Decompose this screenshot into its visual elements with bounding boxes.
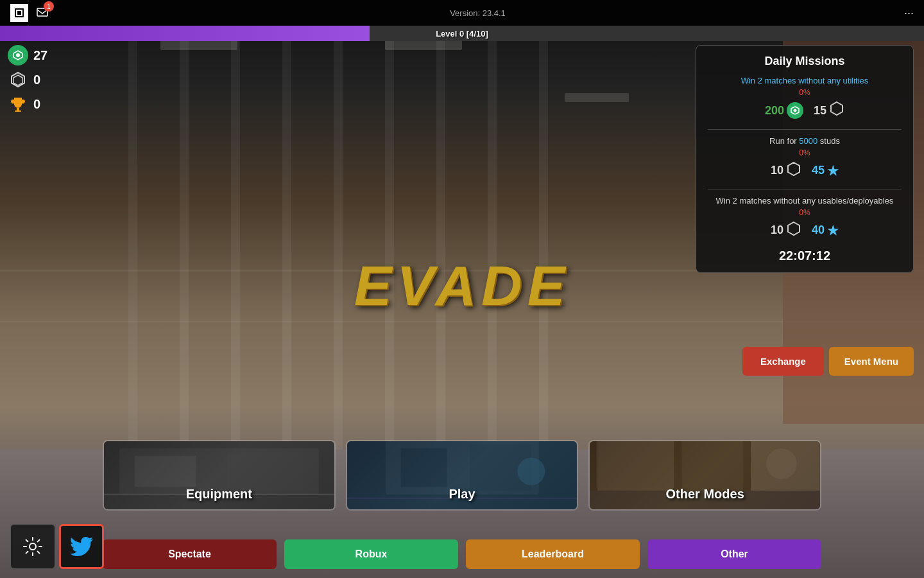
trophy-count: 0 [33, 97, 40, 112]
green-currency-icon [8, 45, 28, 66]
svg-point-31 [766, 448, 797, 479]
mission-1-reward-hex: 15 [814, 101, 844, 120]
svg-rect-17 [135, 456, 196, 487]
more-button[interactable]: ··· [904, 6, 914, 20]
top-bar-right: ··· [904, 6, 914, 20]
mission-3-progress: 0% [708, 208, 902, 217]
green-reward-icon [787, 102, 803, 119]
mission-divider-2 [708, 189, 902, 189]
svg-rect-18 [227, 452, 304, 491]
hex-reward-icon-2 [786, 161, 801, 180]
svg-point-24 [517, 458, 545, 486]
hex-reward-icon-3 [786, 221, 801, 240]
other-modes-card[interactable]: Other Modes [588, 440, 821, 511]
mission-3-reward-star: 40 ★ [812, 223, 839, 238]
svg-rect-2 [17, 11, 21, 15]
settings-button[interactable] [10, 524, 55, 569]
stats-panel: 27 0 0 [8, 45, 47, 114]
mission-item-3: Win 2 matches without any usables/deploy… [708, 196, 902, 240]
svg-marker-12 [831, 102, 843, 115]
mission-3-reward-hex: 10 [771, 221, 801, 240]
event-menu-button[interactable]: Event Menu [829, 347, 914, 376]
mission-2-reward-star: 45 ★ [812, 163, 839, 179]
robux-button[interactable]: Robux [284, 539, 458, 569]
roblox-logo[interactable] [10, 4, 28, 22]
mission-item-1: Win 2 matches without any utilities 0% 2… [708, 76, 902, 120]
mission-1-rewards: 200 15 [708, 101, 902, 120]
mission-2-rewards: 10 45 ★ [708, 161, 902, 180]
top-bar: 1 Version: 23.4.1 ··· [0, 0, 924, 26]
star-icon-1: ★ [827, 163, 839, 179]
xp-bar: Level 0 [4/10] [0, 26, 924, 41]
mission-3-rewards: 10 40 ★ [708, 221, 902, 240]
xp-bar-label: Level 0 [4/10] [0, 29, 924, 39]
svg-rect-8 [17, 108, 19, 110]
svg-marker-13 [788, 162, 800, 175]
spectate-button[interactable]: Spectate [103, 539, 277, 569]
notification-count: 1 [44, 1, 54, 12]
svg-marker-7 [13, 75, 22, 85]
mission-2-progress: 0% [708, 148, 902, 157]
stat-row-green: 27 [8, 45, 47, 66]
stat-row-hex: 0 [8, 69, 47, 90]
svg-rect-9 [15, 110, 21, 112]
mission-2-desc: Run for 5000 studs [708, 136, 902, 146]
hex-reward-icon-1 [829, 101, 844, 120]
daily-missions-panel: Daily Missions Win 2 matches without any… [696, 45, 914, 273]
twitter-button[interactable] [59, 524, 104, 569]
stat-row-trophy: 0 [8, 94, 47, 114]
bottom-action-bar: Spectate Robux Leaderboard Other [103, 539, 821, 569]
leaderboard-button[interactable]: Leaderboard [466, 539, 640, 569]
bottom-left-icons [10, 524, 104, 569]
top-bar-left: 1 [10, 4, 51, 22]
mission-1-desc: Win 2 matches without any utilities [708, 76, 902, 85]
missions-timer: 22:07:12 [708, 249, 902, 263]
mission-2-reward-hex: 10 [771, 161, 801, 180]
svg-marker-14 [788, 222, 800, 235]
mission-3-desc: Win 2 matches without any usables/deploy… [708, 196, 902, 206]
svg-rect-22 [400, 448, 447, 487]
svg-point-32 [30, 543, 36, 550]
daily-missions-title: Daily Missions [708, 55, 902, 68]
hex-currency-icon [8, 69, 28, 90]
star-icon-2: ★ [827, 223, 839, 238]
main-menu-cards: Equipment Play O [103, 440, 821, 511]
green-currency-count: 27 [33, 48, 47, 63]
notification-badge[interactable]: 1 [33, 4, 51, 22]
evade-title: EVADE [354, 253, 570, 319]
play-label: Play [347, 487, 578, 502]
svg-point-5 [16, 53, 20, 57]
hex-currency-count: 0 [33, 73, 40, 87]
play-card[interactable]: Play [346, 440, 579, 511]
mission-divider-1 [708, 129, 902, 130]
action-buttons: Exchange Event Menu [742, 347, 914, 376]
version-text: Version: 23.4.1 [450, 8, 506, 18]
mission-1-reward-green: 200 [765, 102, 803, 119]
svg-point-11 [794, 109, 797, 112]
other-button[interactable]: Other [647, 539, 821, 569]
mission-item-2: Run for 5000 studs 0% 10 45 ★ [708, 136, 902, 180]
trophy-icon [8, 94, 28, 114]
mission-1-progress: 0% [708, 88, 902, 97]
equipment-card[interactable]: Equipment [103, 440, 336, 511]
exchange-button[interactable]: Exchange [742, 347, 824, 376]
equipment-label: Equipment [104, 487, 334, 502]
other-modes-label: Other Modes [590, 487, 820, 502]
